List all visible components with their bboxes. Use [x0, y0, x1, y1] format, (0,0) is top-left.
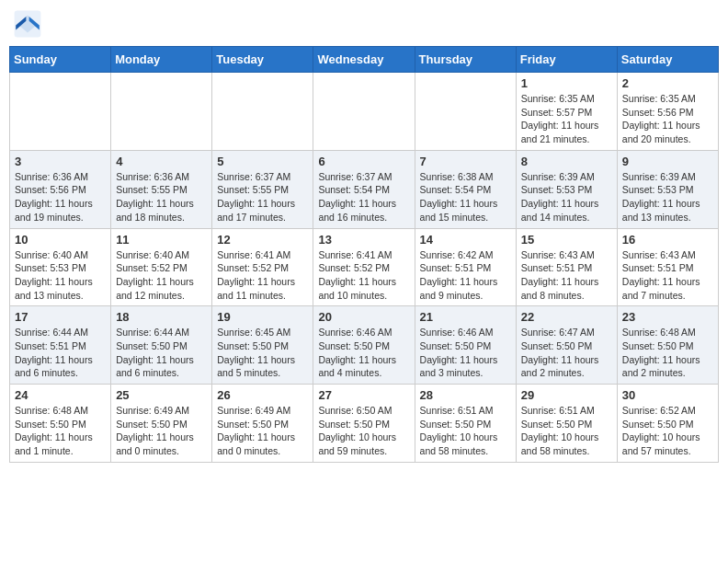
day-info: Sunrise: 6:45 AM Sunset: 5:50 PM Dayligh…	[217, 326, 308, 380]
day-number: 17	[15, 310, 106, 324]
calendar-cell: 24Sunrise: 6:48 AM Sunset: 5:50 PM Dayli…	[10, 385, 111, 463]
day-number: 12	[217, 233, 308, 247]
calendar-cell: 14Sunrise: 6:42 AM Sunset: 5:51 PM Dayli…	[415, 228, 516, 306]
day-info: Sunrise: 6:39 AM Sunset: 5:53 PM Dayligh…	[622, 170, 713, 224]
day-number: 21	[420, 310, 511, 324]
day-number: 27	[318, 388, 409, 402]
day-number: 5	[217, 155, 308, 168]
calendar-cell: 30Sunrise: 6:52 AM Sunset: 5:50 PM Dayli…	[617, 385, 718, 463]
day-number: 30	[622, 388, 713, 402]
calendar-cell: 26Sunrise: 6:49 AM Sunset: 5:50 PM Dayli…	[212, 385, 313, 463]
calendar-cell: 22Sunrise: 6:47 AM Sunset: 5:50 PM Dayli…	[516, 306, 617, 385]
day-number: 13	[318, 233, 409, 247]
calendar-header-saturday: Saturday	[617, 47, 718, 73]
day-number: 9	[622, 155, 713, 168]
calendar-week-row: 10Sunrise: 6:40 AM Sunset: 5:53 PM Dayli…	[10, 228, 719, 306]
day-info: Sunrise: 6:49 AM Sunset: 5:50 PM Dayligh…	[116, 404, 207, 458]
calendar-cell: 10Sunrise: 6:40 AM Sunset: 5:53 PM Dayli…	[10, 228, 111, 306]
calendar-cell: 2Sunrise: 6:35 AM Sunset: 5:56 PM Daylig…	[617, 73, 718, 151]
calendar-cell: 20Sunrise: 6:46 AM Sunset: 5:50 PM Dayli…	[313, 306, 415, 385]
calendar-cell: 27Sunrise: 6:50 AM Sunset: 5:50 PM Dayli…	[313, 385, 415, 463]
day-info: Sunrise: 6:37 AM Sunset: 5:54 PM Dayligh…	[318, 170, 409, 224]
day-number: 15	[521, 233, 612, 247]
calendar-week-row: 3Sunrise: 6:36 AM Sunset: 5:56 PM Daylig…	[10, 150, 719, 228]
day-info: Sunrise: 6:43 AM Sunset: 5:51 PM Dayligh…	[622, 248, 713, 303]
day-info: Sunrise: 6:37 AM Sunset: 5:55 PM Dayligh…	[217, 170, 308, 224]
calendar-cell: 17Sunrise: 6:44 AM Sunset: 5:51 PM Dayli…	[10, 306, 111, 385]
calendar-cell: 11Sunrise: 6:40 AM Sunset: 5:52 PM Dayli…	[111, 228, 212, 306]
calendar-cell	[111, 73, 212, 151]
calendar-cell: 15Sunrise: 6:43 AM Sunset: 5:51 PM Dayli…	[516, 228, 617, 306]
day-number: 2	[622, 76, 713, 90]
day-info: Sunrise: 6:41 AM Sunset: 5:52 PM Dayligh…	[318, 248, 409, 303]
day-info: Sunrise: 6:36 AM Sunset: 5:55 PM Dayligh…	[116, 170, 207, 224]
calendar-cell: 3Sunrise: 6:36 AM Sunset: 5:56 PM Daylig…	[10, 150, 111, 228]
day-number: 8	[521, 155, 612, 168]
calendar-cell: 29Sunrise: 6:51 AM Sunset: 5:50 PM Dayli…	[516, 385, 617, 463]
calendar-cell	[313, 73, 415, 151]
calendar-cell	[10, 73, 111, 151]
calendar-header-monday: Monday	[111, 47, 212, 73]
calendar-header-sunday: Sunday	[10, 47, 111, 73]
day-info: Sunrise: 6:42 AM Sunset: 5:51 PM Dayligh…	[420, 248, 511, 303]
calendar-cell: 23Sunrise: 6:48 AM Sunset: 5:50 PM Dayli…	[617, 306, 718, 385]
calendar-cell: 12Sunrise: 6:41 AM Sunset: 5:52 PM Dayli…	[212, 228, 313, 306]
calendar-cell: 5Sunrise: 6:37 AM Sunset: 5:55 PM Daylig…	[212, 150, 313, 228]
calendar-cell: 28Sunrise: 6:51 AM Sunset: 5:50 PM Dayli…	[415, 385, 516, 463]
calendar-header-row: SundayMondayTuesdayWednesdayThursdayFrid…	[10, 47, 719, 73]
calendar-cell: 9Sunrise: 6:39 AM Sunset: 5:53 PM Daylig…	[617, 150, 718, 228]
page-header	[9, 9, 719, 39]
day-info: Sunrise: 6:44 AM Sunset: 5:50 PM Dayligh…	[116, 326, 207, 380]
calendar-cell	[415, 73, 516, 151]
day-info: Sunrise: 6:50 AM Sunset: 5:50 PM Dayligh…	[318, 404, 409, 458]
day-info: Sunrise: 6:36 AM Sunset: 5:56 PM Dayligh…	[15, 170, 106, 224]
day-info: Sunrise: 6:35 AM Sunset: 5:57 PM Dayligh…	[521, 92, 612, 146]
day-number: 25	[116, 388, 207, 402]
day-number: 11	[116, 233, 207, 247]
day-info: Sunrise: 6:48 AM Sunset: 5:50 PM Dayligh…	[15, 404, 106, 458]
day-info: Sunrise: 6:43 AM Sunset: 5:51 PM Dayligh…	[521, 248, 612, 303]
day-number: 26	[217, 388, 308, 402]
logo-icon	[13, 9, 42, 39]
calendar-cell: 8Sunrise: 6:39 AM Sunset: 5:53 PM Daylig…	[516, 150, 617, 228]
calendar-cell: 6Sunrise: 6:37 AM Sunset: 5:54 PM Daylig…	[313, 150, 415, 228]
calendar-cell: 7Sunrise: 6:38 AM Sunset: 5:54 PM Daylig…	[415, 150, 516, 228]
day-info: Sunrise: 6:38 AM Sunset: 5:54 PM Dayligh…	[420, 170, 511, 224]
day-number: 4	[116, 155, 207, 168]
day-info: Sunrise: 6:49 AM Sunset: 5:50 PM Dayligh…	[217, 404, 308, 458]
day-number: 6	[318, 155, 409, 168]
calendar-cell: 13Sunrise: 6:41 AM Sunset: 5:52 PM Dayli…	[313, 228, 415, 306]
day-number: 22	[521, 310, 612, 324]
day-info: Sunrise: 6:35 AM Sunset: 5:56 PM Dayligh…	[622, 92, 713, 146]
day-info: Sunrise: 6:46 AM Sunset: 5:50 PM Dayligh…	[318, 326, 409, 380]
day-info: Sunrise: 6:51 AM Sunset: 5:50 PM Dayligh…	[420, 404, 511, 458]
day-number: 28	[420, 388, 511, 402]
day-number: 19	[217, 310, 308, 324]
day-number: 7	[420, 155, 511, 168]
day-info: Sunrise: 6:48 AM Sunset: 5:50 PM Dayligh…	[622, 326, 713, 380]
calendar-cell: 25Sunrise: 6:49 AM Sunset: 5:50 PM Dayli…	[111, 385, 212, 463]
calendar-cell	[212, 73, 313, 151]
calendar-cell: 21Sunrise: 6:46 AM Sunset: 5:50 PM Dayli…	[415, 306, 516, 385]
calendar-cell: 18Sunrise: 6:44 AM Sunset: 5:50 PM Dayli…	[111, 306, 212, 385]
calendar-header-friday: Friday	[516, 47, 617, 73]
day-number: 23	[622, 310, 713, 324]
calendar-cell: 4Sunrise: 6:36 AM Sunset: 5:55 PM Daylig…	[111, 150, 212, 228]
calendar-header-thursday: Thursday	[415, 47, 516, 73]
day-info: Sunrise: 6:40 AM Sunset: 5:52 PM Dayligh…	[116, 248, 207, 303]
day-info: Sunrise: 6:46 AM Sunset: 5:50 PM Dayligh…	[420, 326, 511, 380]
day-number: 29	[521, 388, 612, 402]
calendar-week-row: 17Sunrise: 6:44 AM Sunset: 5:51 PM Dayli…	[10, 306, 719, 385]
day-number: 24	[15, 388, 106, 402]
day-number: 1	[521, 76, 612, 90]
calendar-header-tuesday: Tuesday	[212, 47, 313, 73]
day-info: Sunrise: 6:47 AM Sunset: 5:50 PM Dayligh…	[521, 326, 612, 380]
day-number: 14	[420, 233, 511, 247]
calendar-cell: 1Sunrise: 6:35 AM Sunset: 5:57 PM Daylig…	[516, 73, 617, 151]
day-number: 16	[622, 233, 713, 247]
day-number: 20	[318, 310, 409, 324]
day-info: Sunrise: 6:44 AM Sunset: 5:51 PM Dayligh…	[15, 326, 106, 380]
day-number: 10	[15, 233, 106, 247]
calendar-table: SundayMondayTuesdayWednesdayThursdayFrid…	[9, 46, 719, 463]
calendar-week-row: 24Sunrise: 6:48 AM Sunset: 5:50 PM Dayli…	[10, 385, 719, 463]
